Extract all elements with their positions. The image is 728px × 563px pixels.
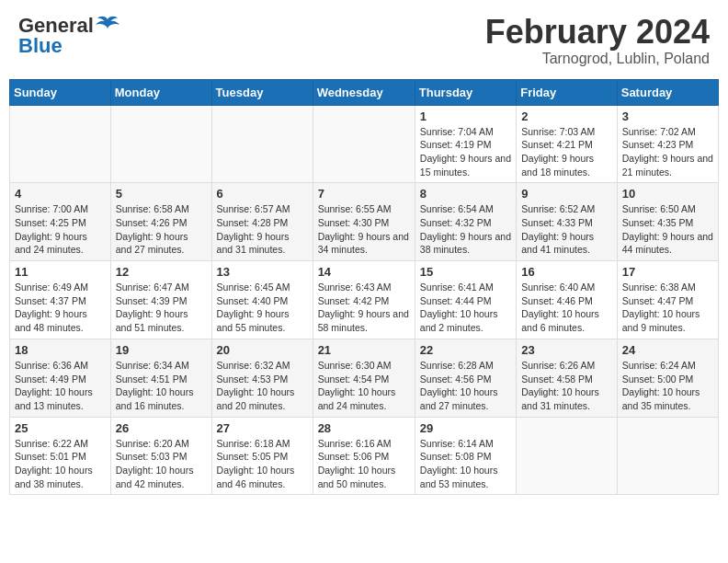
day-info: Sunrise: 6:47 AM Sunset: 4:39 PM Dayligh… (116, 281, 207, 335)
day-header-tuesday: Tuesday (211, 79, 313, 105)
calendar-week-row: 1Sunrise: 7:04 AM Sunset: 4:19 PM Daylig… (10, 105, 719, 183)
day-number: 29 (420, 421, 511, 435)
month-title: February 2024 (485, 14, 710, 51)
day-header-wednesday: Wednesday (313, 79, 415, 105)
calendar-cell: 24Sunrise: 6:24 AM Sunset: 5:00 PM Dayli… (617, 339, 718, 417)
day-info: Sunrise: 6:49 AM Sunset: 4:37 PM Dayligh… (15, 281, 106, 335)
day-number: 1 (420, 109, 511, 123)
calendar-week-row: 11Sunrise: 6:49 AM Sunset: 4:37 PM Dayli… (10, 261, 719, 339)
day-number: 17 (622, 265, 713, 279)
calendar-cell: 23Sunrise: 6:26 AM Sunset: 4:58 PM Dayli… (517, 339, 618, 417)
calendar-cell (617, 417, 718, 495)
day-number: 23 (521, 343, 612, 357)
day-number: 5 (116, 187, 207, 201)
day-info: Sunrise: 6:20 AM Sunset: 5:03 PM Dayligh… (116, 437, 207, 491)
day-info: Sunrise: 6:50 AM Sunset: 4:35 PM Dayligh… (622, 202, 713, 257)
day-number: 10 (622, 187, 713, 201)
calendar-cell: 19Sunrise: 6:34 AM Sunset: 4:51 PM Dayli… (110, 339, 211, 417)
calendar-cell: 3Sunrise: 7:02 AM Sunset: 4:23 PM Daylig… (617, 105, 718, 183)
calendar-cell: 20Sunrise: 6:32 AM Sunset: 4:53 PM Dayli… (211, 339, 313, 417)
calendar-cell (211, 105, 313, 183)
day-number: 19 (116, 343, 207, 357)
calendar-cell: 25Sunrise: 6:22 AM Sunset: 5:01 PM Dayli… (10, 417, 111, 495)
day-number: 22 (420, 343, 511, 357)
calendar-cell: 12Sunrise: 6:47 AM Sunset: 4:39 PM Dayli… (110, 261, 211, 339)
calendar-header-row: SundayMondayTuesdayWednesdayThursdayFrid… (10, 79, 719, 105)
calendar-cell: 7Sunrise: 6:55 AM Sunset: 4:30 PM Daylig… (313, 183, 415, 261)
day-number: 15 (420, 265, 511, 279)
calendar-week-row: 18Sunrise: 6:36 AM Sunset: 4:49 PM Dayli… (10, 339, 719, 417)
logo-blue-text: Blue (18, 34, 119, 58)
calendar-cell: 27Sunrise: 6:18 AM Sunset: 5:05 PM Dayli… (211, 417, 313, 495)
calendar-table: SundayMondayTuesdayWednesdayThursdayFrid… (9, 79, 719, 496)
day-info: Sunrise: 7:03 AM Sunset: 4:21 PM Dayligh… (521, 125, 612, 179)
day-info: Sunrise: 7:00 AM Sunset: 4:25 PM Dayligh… (15, 202, 106, 257)
day-info: Sunrise: 6:38 AM Sunset: 4:47 PM Dayligh… (622, 281, 713, 335)
calendar-cell: 11Sunrise: 6:49 AM Sunset: 4:37 PM Dayli… (10, 261, 111, 339)
calendar-cell: 15Sunrise: 6:41 AM Sunset: 4:44 PM Dayli… (415, 261, 516, 339)
day-number: 12 (116, 265, 207, 279)
day-number: 4 (15, 187, 106, 201)
day-info: Sunrise: 6:43 AM Sunset: 4:42 PM Dayligh… (318, 281, 410, 335)
day-info: Sunrise: 6:36 AM Sunset: 4:49 PM Dayligh… (15, 359, 106, 413)
calendar-cell: 4Sunrise: 7:00 AM Sunset: 4:25 PM Daylig… (10, 183, 111, 261)
calendar-cell: 6Sunrise: 6:57 AM Sunset: 4:28 PM Daylig… (211, 183, 313, 261)
calendar-cell: 2Sunrise: 7:03 AM Sunset: 4:21 PM Daylig… (517, 105, 618, 183)
day-info: Sunrise: 6:30 AM Sunset: 4:54 PM Dayligh… (318, 359, 410, 413)
day-info: Sunrise: 7:02 AM Sunset: 4:23 PM Dayligh… (622, 125, 713, 179)
day-number: 13 (217, 265, 308, 279)
calendar-cell: 8Sunrise: 6:54 AM Sunset: 4:32 PM Daylig… (415, 183, 516, 261)
day-info: Sunrise: 6:52 AM Sunset: 4:33 PM Dayligh… (521, 202, 612, 257)
calendar-cell: 16Sunrise: 6:40 AM Sunset: 4:46 PM Dayli… (517, 261, 618, 339)
day-info: Sunrise: 6:58 AM Sunset: 4:26 PM Dayligh… (116, 202, 207, 257)
day-info: Sunrise: 6:34 AM Sunset: 4:51 PM Dayligh… (116, 359, 207, 413)
calendar-cell: 28Sunrise: 6:16 AM Sunset: 5:06 PM Dayli… (313, 417, 415, 495)
title-area: February 2024 Tarnogrod, Lublin, Poland (485, 14, 710, 67)
day-number: 6 (217, 187, 308, 201)
day-info: Sunrise: 7:04 AM Sunset: 4:19 PM Dayligh… (420, 125, 511, 179)
day-info: Sunrise: 6:57 AM Sunset: 4:28 PM Dayligh… (217, 202, 308, 257)
day-header-thursday: Thursday (415, 79, 516, 105)
day-info: Sunrise: 6:28 AM Sunset: 4:56 PM Dayligh… (420, 359, 511, 413)
day-number: 18 (15, 343, 106, 357)
day-number: 21 (318, 343, 410, 357)
calendar-week-row: 4Sunrise: 7:00 AM Sunset: 4:25 PM Daylig… (10, 183, 719, 261)
day-header-sunday: Sunday (10, 79, 111, 105)
day-info: Sunrise: 6:26 AM Sunset: 4:58 PM Dayligh… (521, 359, 612, 413)
calendar-cell: 29Sunrise: 6:14 AM Sunset: 5:08 PM Dayli… (415, 417, 516, 495)
day-header-monday: Monday (110, 79, 211, 105)
day-info: Sunrise: 6:54 AM Sunset: 4:32 PM Dayligh… (420, 202, 511, 257)
calendar-cell: 13Sunrise: 6:45 AM Sunset: 4:40 PM Dayli… (211, 261, 313, 339)
day-info: Sunrise: 6:40 AM Sunset: 4:46 PM Dayligh… (521, 281, 612, 335)
calendar-cell: 14Sunrise: 6:43 AM Sunset: 4:42 PM Dayli… (313, 261, 415, 339)
calendar-cell: 26Sunrise: 6:20 AM Sunset: 5:03 PM Dayli… (110, 417, 211, 495)
day-number: 16 (521, 265, 612, 279)
calendar-cell: 22Sunrise: 6:28 AM Sunset: 4:56 PM Dayli… (415, 339, 516, 417)
day-number: 7 (318, 187, 410, 201)
location-text: Tarnogrod, Lublin, Poland (485, 51, 710, 67)
calendar-cell: 5Sunrise: 6:58 AM Sunset: 4:26 PM Daylig… (110, 183, 211, 261)
day-info: Sunrise: 6:14 AM Sunset: 5:08 PM Dayligh… (420, 437, 511, 491)
calendar-cell: 18Sunrise: 6:36 AM Sunset: 4:49 PM Dayli… (10, 339, 111, 417)
day-info: Sunrise: 6:32 AM Sunset: 4:53 PM Dayligh… (217, 359, 308, 413)
day-info: Sunrise: 6:55 AM Sunset: 4:30 PM Dayligh… (318, 202, 410, 257)
calendar-cell: 10Sunrise: 6:50 AM Sunset: 4:35 PM Dayli… (617, 183, 718, 261)
day-number: 25 (15, 421, 106, 435)
day-info: Sunrise: 6:18 AM Sunset: 5:05 PM Dayligh… (217, 437, 308, 491)
calendar-cell (313, 105, 415, 183)
day-number: 27 (217, 421, 308, 435)
day-info: Sunrise: 6:16 AM Sunset: 5:06 PM Dayligh… (318, 437, 410, 491)
day-number: 9 (521, 187, 612, 201)
day-number: 24 (622, 343, 713, 357)
calendar-cell: 17Sunrise: 6:38 AM Sunset: 4:47 PM Dayli… (617, 261, 718, 339)
day-number: 14 (318, 265, 410, 279)
day-header-saturday: Saturday (617, 79, 718, 105)
day-info: Sunrise: 6:24 AM Sunset: 5:00 PM Dayligh… (622, 359, 713, 413)
day-info: Sunrise: 6:41 AM Sunset: 4:44 PM Dayligh… (420, 281, 511, 335)
day-number: 26 (116, 421, 207, 435)
calendar-cell (517, 417, 618, 495)
day-number: 2 (521, 109, 612, 123)
day-info: Sunrise: 6:45 AM Sunset: 4:40 PM Dayligh… (217, 281, 308, 335)
day-number: 3 (622, 109, 713, 123)
calendar-cell (110, 105, 211, 183)
